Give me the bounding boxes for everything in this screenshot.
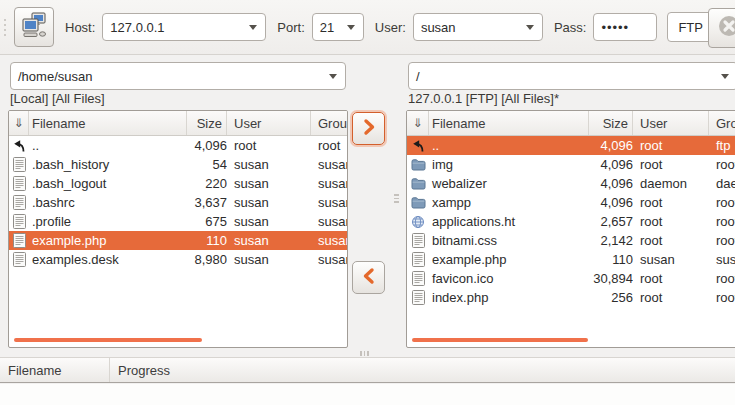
- chevron-down-icon[interactable]: [339, 14, 363, 40]
- size-cell: 4,096: [589, 174, 633, 193]
- group-column-header[interactable]: Group: [311, 111, 347, 135]
- upload-button[interactable]: [352, 112, 385, 145]
- filename-cell: .profile: [29, 212, 187, 231]
- protocol-value: FTP: [668, 20, 708, 35]
- host-value: 127.0.0.1: [110, 20, 164, 35]
- chevron-down-icon[interactable]: [321, 63, 345, 89]
- size-cell: 2,657: [589, 212, 633, 231]
- table-row[interactable]: img4,096rootroot: [407, 155, 735, 174]
- table-row[interactable]: webalizer4,096daemondaemon: [407, 174, 735, 193]
- user-cell: susan: [227, 212, 311, 231]
- filename-cell: .bash_logout: [29, 174, 187, 193]
- file-icon: [407, 231, 429, 250]
- local-path-combobox[interactable]: /home/susan: [10, 62, 346, 90]
- pane-splitter-grip[interactable]: [394, 194, 399, 203]
- horizontal-scrollbar[interactable]: [14, 338, 202, 342]
- remote-list-header: ⇓ Filename Size User Group: [407, 111, 735, 136]
- user-column-header[interactable]: User: [633, 111, 709, 135]
- group-cell: root: [709, 288, 735, 307]
- queue-filename-column-header[interactable]: Filename: [0, 358, 110, 382]
- port-value: 21: [320, 20, 334, 35]
- size-column-header[interactable]: Size: [589, 111, 633, 135]
- filename-cell: .bashrc: [29, 193, 187, 212]
- table-row[interactable]: ..4,096rootftp: [407, 136, 735, 155]
- local-file-list: ⇓ Filename Size User Group ..4,096rootro…: [8, 110, 348, 348]
- port-combobox[interactable]: 21: [312, 13, 364, 41]
- chevron-left-icon: [359, 266, 379, 290]
- group-cell: susan: [311, 193, 347, 212]
- group-cell: susan: [311, 212, 347, 231]
- user-value: susan: [421, 20, 456, 35]
- filename-cell: webalizer: [429, 174, 589, 193]
- chevron-down-icon[interactable]: [713, 63, 735, 89]
- table-row[interactable]: bitnami.css2,142rootroot: [407, 231, 735, 250]
- group-cell: susan: [709, 250, 735, 269]
- table-row[interactable]: .bash_history54susansusan: [9, 155, 347, 174]
- filename-cell: applications.ht: [429, 212, 589, 231]
- filename-column-header[interactable]: Filename: [429, 111, 589, 135]
- table-row[interactable]: index.php256rootroot: [407, 288, 735, 307]
- table-row[interactable]: example.php110susansusan: [407, 250, 735, 269]
- table-row[interactable]: .profile675susansusan: [9, 212, 347, 231]
- table-row[interactable]: .bashrc3,637susansusan: [9, 193, 347, 212]
- group-column-header[interactable]: Group: [709, 111, 735, 135]
- remote-rows: ..4,096rootftpimg4,096rootrootwebalizer4…: [407, 136, 735, 307]
- updir-icon: [9, 136, 29, 155]
- group-cell: root: [709, 212, 735, 231]
- download-button[interactable]: [352, 261, 385, 294]
- chevron-down-icon[interactable]: [518, 14, 542, 40]
- user-cell: root: [633, 288, 709, 307]
- folder-icon: [407, 174, 429, 193]
- user-cell: root: [633, 193, 709, 212]
- user-column-header[interactable]: User: [227, 111, 311, 135]
- chevron-down-icon[interactable]: [241, 14, 265, 40]
- filename-cell: xampp: [429, 193, 589, 212]
- toolbar-grip[interactable]: [1, 14, 9, 40]
- size-cell: 4,096: [187, 136, 227, 155]
- connect-button[interactable]: [14, 7, 54, 47]
- file-icon: [407, 250, 429, 269]
- size-cell: 675: [187, 212, 227, 231]
- sort-column-header[interactable]: ⇓: [407, 111, 429, 135]
- size-cell: 4,096: [589, 155, 633, 174]
- file-icon: [9, 155, 29, 174]
- filename-column-header[interactable]: Filename: [29, 111, 187, 135]
- sort-column-header[interactable]: ⇓: [9, 111, 29, 135]
- size-cell: 4,096: [589, 136, 633, 155]
- size-cell: 4,096: [589, 193, 633, 212]
- group-cell: root: [709, 269, 735, 288]
- table-row[interactable]: example.php110susansusan: [9, 231, 347, 250]
- size-cell: 110: [187, 231, 227, 250]
- transfer-queue-list[interactable]: [0, 384, 735, 405]
- size-cell: 54: [187, 155, 227, 174]
- password-field[interactable]: •••••: [593, 13, 657, 41]
- queue-splitter-grip[interactable]: [360, 351, 369, 356]
- file-icon: [407, 269, 429, 288]
- host-combobox[interactable]: 127.0.0.1: [102, 13, 266, 41]
- table-row[interactable]: favicon.ico30,894rootroot: [407, 269, 735, 288]
- pass-label: Pass:: [554, 20, 587, 35]
- stop-button[interactable]: [708, 8, 735, 48]
- group-cell: root: [709, 231, 735, 250]
- table-row[interactable]: examples.desk8,980susansusan: [9, 250, 347, 269]
- table-row[interactable]: .bash_logout220susansusan: [9, 174, 347, 193]
- table-row[interactable]: ..4,096rootroot: [9, 136, 347, 155]
- file-icon: [9, 193, 29, 212]
- user-combobox[interactable]: susan: [413, 13, 543, 41]
- remote-path-combobox[interactable]: /: [408, 62, 735, 90]
- updir-icon: [407, 136, 429, 155]
- chevron-right-icon: [359, 117, 379, 141]
- table-row[interactable]: xampp4,096rootroot: [407, 193, 735, 212]
- stop-x-icon: [717, 14, 735, 42]
- size-cell: 8,980: [187, 250, 227, 269]
- file-icon: [9, 250, 29, 269]
- remote-file-list: ⇓ Filename Size User Group ..4,096rootft…: [406, 110, 735, 348]
- size-cell: 30,894: [589, 269, 633, 288]
- queue-progress-column-header[interactable]: Progress: [110, 358, 735, 382]
- table-row[interactable]: applications.ht2,657rootroot: [407, 212, 735, 231]
- horizontal-scrollbar[interactable]: [412, 338, 588, 342]
- size-cell: 220: [187, 174, 227, 193]
- sort-down-icon: ⇓: [13, 116, 23, 130]
- group-cell: susan: [311, 231, 347, 250]
- size-column-header[interactable]: Size: [187, 111, 227, 135]
